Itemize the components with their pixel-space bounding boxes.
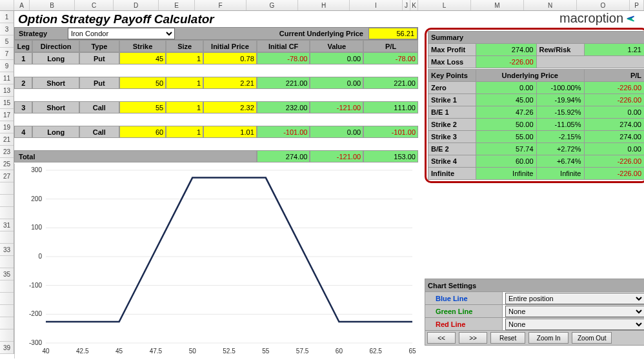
legs-header-p/l: P/L <box>363 40 418 52</box>
green-line-select[interactable]: None <box>505 306 644 317</box>
next-button[interactable]: >> <box>459 332 487 344</box>
row-headers: 1357911131517192123252731333539 <box>0 11 14 354</box>
strategy-row: Strategy Iron Condor Current Underlying … <box>14 27 418 40</box>
leg-row: 3ShortCall5512.32232.00-121.00111.00 <box>14 101 418 113</box>
payoff-chart: -300-200-10001002003004042.54547.55052.5… <box>14 164 418 358</box>
summary-row: Strike 145.00-19.94%-226.00 <box>428 94 645 106</box>
brand-logo: macroption <box>559 11 638 26</box>
underlying-price-value[interactable]: 56.21 <box>368 28 418 39</box>
summary-row: B/E 147.26-15.92%0.00 <box>428 106 645 119</box>
key-points-pl: P/L <box>584 70 644 82</box>
page-title: Option Strategy Payoff Calculator <box>18 12 214 26</box>
reset-button[interactable]: Reset <box>490 332 525 344</box>
legs-header-initial-cf: Initial CF <box>257 40 310 52</box>
summary-row: Strike 460.00+6.74%-226.00 <box>428 155 645 168</box>
legs-table: LegDirectionTypeStrikeSizeInitial PriceI… <box>14 40 418 162</box>
summary-title: Summary <box>428 32 645 44</box>
svg-text:-300: -300 <box>29 339 42 346</box>
key-points-underlying: Underlying Price <box>476 70 585 82</box>
svg-text:57.5: 57.5 <box>296 348 309 355</box>
leg-row: 2ShortPut5012.21221.000.00221.00 <box>14 77 418 89</box>
svg-text:52.5: 52.5 <box>223 348 236 355</box>
total-row: Total274.00-121.00153.00 <box>14 150 418 162</box>
svg-text:300: 300 <box>31 166 42 173</box>
chart-settings-panel: Chart Settings Blue Line Entire position… <box>425 279 644 346</box>
green-line-label: Green Line <box>425 305 503 318</box>
svg-text:100: 100 <box>31 224 42 231</box>
legs-header-leg: Leg <box>14 40 32 52</box>
svg-text:0: 0 <box>38 253 42 260</box>
strategy-select[interactable]: Iron Condor <box>68 28 175 39</box>
rew-risk-value: 1.21 <box>584 44 644 56</box>
svg-text:40: 40 <box>42 348 50 355</box>
summary-row: B/E 257.74+2.72%0.00 <box>428 143 645 155</box>
summary-row: Strike 355.00-2.15%274.00 <box>428 131 645 143</box>
max-profit-value: 274.00 <box>476 44 537 56</box>
key-points-label: Key Points <box>428 70 476 82</box>
leg-row: 4LongCall6011.01-101.000.00-101.00 <box>14 126 418 138</box>
summary-row: Zero0.00-100.00%-226.00 <box>428 82 645 94</box>
chart-settings-title: Chart Settings <box>425 279 645 292</box>
svg-text:60: 60 <box>336 348 343 355</box>
column-headers: ABCDEFGHIJKLMNOP <box>0 0 644 11</box>
legs-header-type: Type <box>79 40 119 52</box>
svg-text:55: 55 <box>262 348 270 355</box>
blue-line-select[interactable]: Entire position <box>505 293 644 304</box>
svg-text:-100: -100 <box>29 282 42 289</box>
legs-header-direction: Direction <box>32 40 79 52</box>
underlying-price-label: Current Underlying Price <box>175 30 368 37</box>
leg-row: 1LongPut4510.78-78.000.00-78.00 <box>14 52 418 64</box>
max-profit-label: Max Profit <box>428 44 476 56</box>
red-line-label: Red Line <box>425 318 503 331</box>
zoom-in-button[interactable]: Zoom In <box>528 332 569 344</box>
max-loss-label: Max Loss <box>428 56 476 68</box>
summary-row: InfiniteInfiniteInfinite-226.00 <box>428 168 645 180</box>
svg-text:200: 200 <box>31 195 42 202</box>
legs-header-value: Value <box>310 40 363 52</box>
svg-text:-200: -200 <box>29 310 42 317</box>
max-loss-value: -226.00 <box>476 56 537 68</box>
legs-header-initial-price: Initial Price <box>203 40 257 52</box>
svg-text:47.5: 47.5 <box>150 348 163 355</box>
svg-text:65: 65 <box>408 348 416 355</box>
svg-text:62.5: 62.5 <box>369 348 382 355</box>
blue-line-label: Blue Line <box>425 292 503 305</box>
svg-text:50: 50 <box>189 348 197 355</box>
svg-text:45: 45 <box>116 348 123 355</box>
summary-row: Strike 250.00-11.05%274.00 <box>428 119 645 131</box>
summary-panel: Summary Max Profit 274.00 Rew/Risk 1.21 … <box>425 28 644 183</box>
legs-header-strike: Strike <box>119 40 166 52</box>
strategy-label: Strategy <box>19 30 68 37</box>
svg-text:42.5: 42.5 <box>76 348 89 355</box>
rew-risk-label: Rew/Risk <box>536 44 584 56</box>
zoom-out-button[interactable]: Zoom Out <box>572 332 612 344</box>
red-line-select[interactable]: None <box>505 319 644 330</box>
legs-header-size: Size <box>166 40 203 52</box>
prev-button[interactable]: << <box>427 332 456 344</box>
